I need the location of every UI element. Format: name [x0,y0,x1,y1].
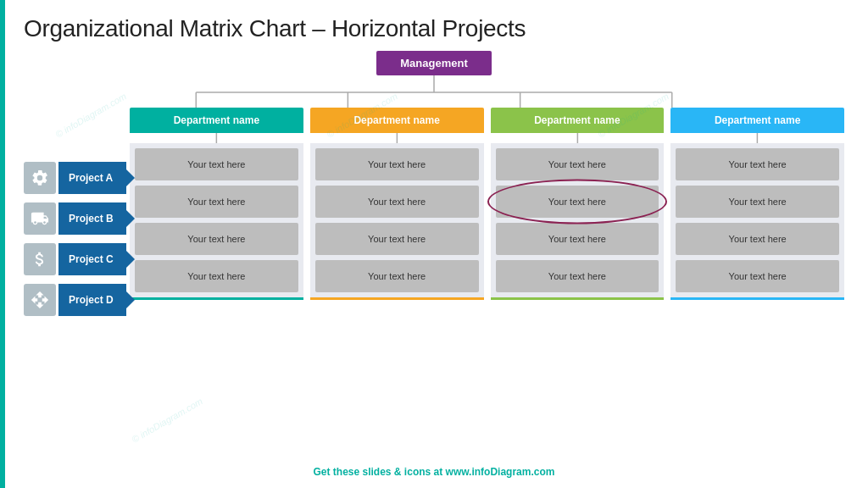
connector-svg [24,75,844,108]
dept-column-3: Department name Your text here Your text… [491,108,665,300]
dept-cell: Your text here [496,260,659,292]
dept-cell: Your text here [135,260,298,292]
dept-header-1: Department name [130,108,303,133]
dept-column-1: Department name Your text here Your text… [130,108,303,300]
dept-body-1: Your text here Your text here Your text … [130,143,303,300]
dept-cell: Your text here [496,223,659,255]
project-icon-dollar [24,243,56,275]
management-row: Management [24,51,844,75]
project-row: Project A [24,160,126,196]
dept-cell: Your text here [315,260,479,292]
dept-cell: Your text here [315,223,479,255]
project-icon-gear [24,162,56,194]
dept-header-3: Department name [491,108,665,133]
footer: Get these slides & icons at www.infoDiag… [24,466,844,478]
project-label-a: Project A [58,162,126,194]
footer-prefix: Get these slides & icons at www. [314,466,472,478]
project-row: Project B [24,201,126,236]
project-icon-arrows [24,284,56,316]
dept-column-2: Department name Your text here Your text… [310,108,484,300]
dept-column-4: Department name Your text here Your text… [670,108,844,300]
footer-brand: infoDiagram [471,466,531,478]
dept-cell-highlighted: Your text here [496,186,659,218]
dept-connector-4 [670,133,844,143]
chart-area: Management [24,51,844,463]
project-row: Project D [24,282,126,318]
page: Organizational Matrix Chart – Horizontal… [0,0,868,488]
dept-cell: Your text here [676,186,839,218]
project-label-d: Project D [58,284,126,316]
dept-connector-2 [310,133,484,143]
dept-header-4: Department name [670,108,844,133]
projects-column: Project A Project B Projec [24,108,126,323]
project-label-b: Project B [58,202,126,235]
dept-cell: Your text here [315,186,479,218]
dept-body-2: Your text here Your text here Your text … [310,143,484,300]
dept-cell: Your text here [676,260,839,292]
dept-connector-1 [130,133,303,143]
dept-columns: Department name Your text here Your text… [130,108,844,300]
main-grid: Project A Project B Projec [24,108,844,323]
management-box: Management [376,51,491,75]
accent-bar [0,0,5,488]
dept-connector-3 [491,133,665,143]
dept-cell: Your text here [135,186,298,218]
dept-body-4: Your text here Your text here Your text … [670,143,844,300]
dept-cell: Your text here [676,148,839,180]
page-title: Organizational Matrix Chart – Horizontal… [24,15,844,42]
dept-body-3: Your text here Your text here Your text … [491,143,665,300]
dept-cell: Your text here [135,148,298,180]
footer-suffix: .com [531,466,554,478]
dept-cell: Your text here [496,148,659,180]
dept-cell: Your text here [676,223,839,255]
dept-cell: Your text here [315,148,479,180]
project-icon-hand-box [24,202,56,235]
dept-cell: Your text here [135,223,298,255]
project-label-c: Project C [58,243,126,275]
dept-header-2: Department name [310,108,484,133]
project-row: Project C [24,241,126,277]
